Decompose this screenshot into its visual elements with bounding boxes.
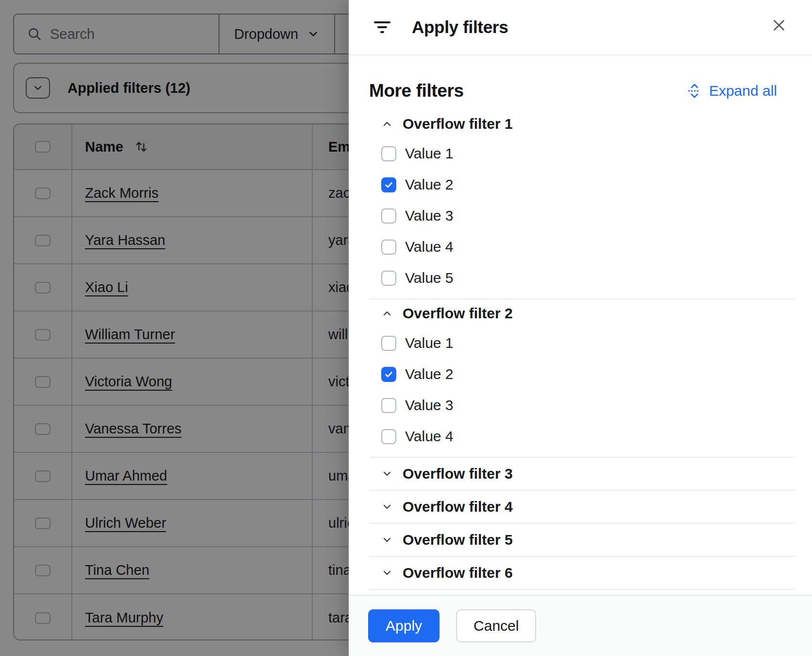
filter-section-header[interactable]: Overflow filter 4: [381, 491, 795, 523]
chevron-down-icon: [381, 468, 393, 480]
filter-section-header[interactable]: Overflow filter 2: [381, 299, 795, 328]
filter-section: Overflow filter 1 Value 1 Value 2 Value …: [369, 110, 795, 299]
check-icon: [384, 370, 393, 379]
expand-all-label: Expand all: [709, 83, 777, 99]
option-label: Value 4: [405, 239, 454, 255]
expand-all-button[interactable]: Expand all: [687, 83, 777, 99]
option-label: Value 1: [405, 335, 454, 351]
filter-option[interactable]: Value 4: [381, 421, 795, 452]
close-button[interactable]: [767, 14, 791, 37]
chevron-down-icon: [381, 534, 393, 546]
filter-section-header[interactable]: Overflow filter 6: [381, 557, 795, 589]
filter-section-label: Overflow filter 2: [403, 305, 513, 322]
option-checkbox[interactable]: [381, 367, 396, 382]
option-label: Value 2: [405, 176, 454, 193]
panel-header: Apply filters: [349, 0, 812, 55]
more-filters-heading: More filters: [369, 81, 464, 101]
filter-section-label: Overflow filter 4: [403, 499, 513, 515]
option-checkbox[interactable]: [381, 271, 396, 286]
filter-option[interactable]: Value 2: [381, 169, 795, 200]
filter-section-label: Overflow filter 3: [403, 466, 513, 482]
filter-section: Overflow filter 4: [369, 491, 795, 524]
filter-section-header[interactable]: Overflow filter 5: [381, 524, 795, 556]
expand-all-icon: [687, 83, 702, 99]
option-checkbox[interactable]: [381, 146, 396, 161]
filter-option[interactable]: Value 1: [381, 138, 795, 169]
option-label: Value 1: [405, 145, 454, 162]
filter-option[interactable]: Value 4: [381, 231, 795, 262]
apply-button[interactable]: Apply: [368, 609, 440, 642]
option-checkbox[interactable]: [381, 336, 396, 351]
option-label: Value 2: [405, 366, 454, 382]
filter-section-label: Overflow filter 5: [403, 532, 513, 548]
option-label: Value 3: [405, 397, 454, 414]
filter-section: Overflow filter 5: [369, 524, 795, 557]
filter-option[interactable]: Value 2: [381, 359, 795, 390]
chevron-up-icon: [381, 308, 393, 319]
panel-title: Apply filters: [412, 17, 508, 37]
filter-options: Value 1 Value 2 Value 3 Value 4: [381, 138, 795, 298]
filter-sections: Overflow filter 1 Value 1 Value 2 Value …: [369, 110, 795, 590]
chevron-up-icon: [381, 118, 393, 130]
filter-option[interactable]: Value 5: [381, 262, 795, 293]
filter-section: Overflow filter 6: [369, 557, 795, 590]
check-icon: [384, 180, 393, 190]
apply-filters-panel: Apply filters More filters Expand all: [349, 0, 812, 656]
filter-icon: [373, 19, 391, 35]
filter-option[interactable]: Value 1: [381, 328, 795, 359]
filter-section-header[interactable]: Overflow filter 1: [381, 110, 795, 138]
filter-section-label: Overflow filter 1: [403, 116, 513, 132]
option-label: Value 4: [405, 428, 454, 445]
panel-footer: Apply Cancel: [349, 595, 812, 656]
filter-options: Value 1 Value 2 Value 3 Value 4: [381, 328, 795, 457]
filter-section: Overflow filter 3: [369, 458, 795, 491]
option-checkbox[interactable]: [381, 398, 396, 413]
close-icon: [771, 17, 787, 33]
option-checkbox[interactable]: [381, 240, 396, 255]
cancel-button[interactable]: Cancel: [456, 609, 536, 642]
filter-option[interactable]: Value 3: [381, 200, 795, 231]
option-label: Value 3: [405, 207, 454, 224]
option-checkbox[interactable]: [381, 208, 396, 224]
option-checkbox[interactable]: [381, 429, 396, 444]
filter-section: Overflow filter 2 Value 1 Value 2 Value …: [369, 299, 795, 458]
option-label: Value 5: [405, 270, 454, 286]
option-checkbox[interactable]: [381, 177, 396, 192]
filter-option[interactable]: Value 3: [381, 390, 795, 421]
chevron-down-icon: [381, 501, 393, 513]
panel-body: More filters Expand all Overflow filter …: [349, 56, 812, 595]
filter-section-header[interactable]: Overflow filter 3: [381, 458, 795, 490]
filter-section-label: Overflow filter 6: [403, 565, 513, 581]
chevron-down-icon: [381, 567, 393, 579]
